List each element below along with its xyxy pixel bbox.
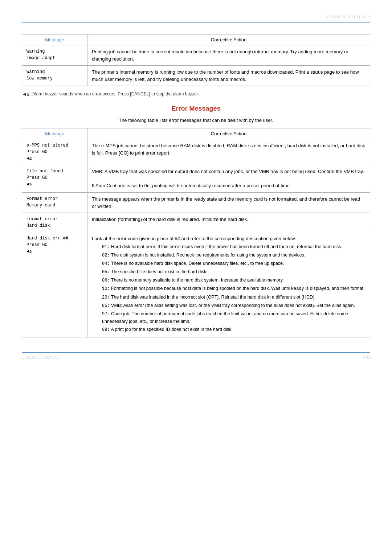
table-row: Warning low memory The printer s interna… (22, 66, 370, 86)
alarm-note-text: :Alarm buzzer sounds when an error occur… (31, 91, 199, 97)
error-message-cell: Hard disk err ## Press GO◄≤ (22, 232, 87, 337)
table-row: Warning image adapt Printing job cannot … (22, 45, 370, 66)
warning-table: Message Corrective Action Warning image … (22, 34, 370, 86)
warning-message-cell: Warning image adapt (22, 45, 87, 66)
warning-message-cell: Warning low memory (22, 66, 87, 86)
warning-table-col1-header: Message (22, 34, 87, 45)
footer-right: □ □ (363, 355, 370, 359)
warning-action-cell: Printing job cannot be done in current r… (87, 45, 370, 66)
alarm-note: ◄≤ :Alarm buzzer sounds when an error oc… (22, 91, 370, 97)
warning-action-cell: The printer s internal memory is running… (87, 66, 370, 86)
harddisk-code-item: 01: Hard disk format error. If this erro… (92, 243, 366, 251)
error-message-cell: e-MPS not stored Press GO◄≤ (22, 139, 87, 165)
error-table-col1-header: Message (22, 128, 87, 139)
speaker-icon: ◄≤ (26, 156, 32, 161)
footer: □ □ □ □ □ □ □ □ □ □ □ (22, 353, 370, 359)
error-message-cell: File not found Press GO◄≤ (22, 165, 87, 193)
harddisk-code-item: 06: There is no memory available to the … (92, 276, 366, 284)
error-section-title: Error Messages (22, 105, 370, 112)
error-action-cell: VMB: A VMB tray that was specified for o… (87, 165, 370, 193)
error-action-cell: Initialization (formatting) of the hard … (87, 213, 370, 232)
error-table-col2-header: Corrective Action (87, 128, 370, 139)
error-table: Message Corrective Action e-MPS not stor… (22, 128, 370, 337)
header-dots: □ □ □ □ □ □ □ □ □ (22, 15, 370, 19)
harddisk-code-item: 02: The disk system is not installed. Re… (92, 251, 366, 259)
table-row: e-MPS not stored Press GO◄≤ The e-MPS jo… (22, 139, 370, 165)
error-message-cell: Format error Memory card (22, 193, 87, 213)
harddisk-code-item: 20: The hard disk was installed in the i… (92, 294, 366, 301)
harddisk-code-item: 10: Formatting is not possible because h… (92, 285, 366, 292)
error-message-cell: Format error Hard disk (22, 213, 87, 232)
harddisk-intro: Look at the error code given in place of… (92, 235, 366, 242)
speaker-icon: ◄≤ (26, 249, 32, 254)
alarm-icon: ◄≤ (22, 91, 30, 97)
error-action-cell: The e-MPS job cannot be stored because R… (87, 139, 370, 165)
table-row: Format error Memory card This message ap… (22, 193, 370, 213)
error-section-intro: The following table lists error messages… (22, 118, 370, 123)
harddisk-code-item: 05: The specified file does not exist in… (92, 268, 366, 276)
harddisk-code-item: 97: Code job; The number of permanent co… (92, 310, 366, 325)
harddisk-code-item: 99: A print job for the specified ID doe… (92, 326, 366, 333)
error-action-cell: Look at the error code given in place of… (87, 232, 370, 337)
table-row: File not found Press GO◄≤ VMB: A VMB tra… (22, 165, 370, 193)
harddisk-code-item: 85: VMB; Alias error (the alias setting … (92, 302, 366, 309)
header-divider (22, 22, 370, 23)
footer-left: □ □ □ □ □ □ □ □ □ (22, 355, 58, 359)
speaker-icon: ◄≤ (26, 182, 32, 187)
harddisk-code-item: 04: There is no available hard disk spac… (92, 260, 366, 267)
table-row: Format error Hard disk Initialization (f… (22, 213, 370, 232)
error-action-cell: This message appears when the printer is… (87, 193, 370, 213)
warning-table-col2-header: Corrective Action (87, 34, 370, 45)
table-row: Hard disk err ## Press GO◄≤ Look at the … (22, 232, 370, 337)
